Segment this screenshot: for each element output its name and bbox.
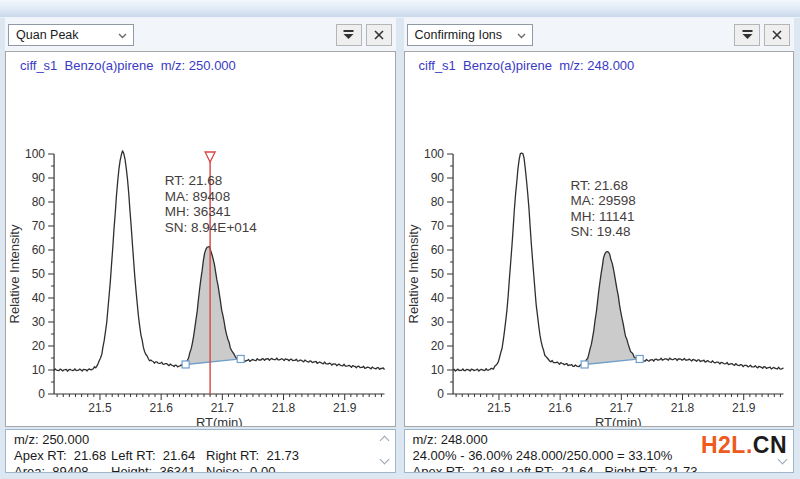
integrated-peak-area xyxy=(186,247,241,365)
x-tick-label: 21.6 xyxy=(548,401,572,415)
x-tick-label: 21.8 xyxy=(670,401,694,415)
watermark-primary: H2L xyxy=(701,432,746,458)
status-right-rt: Right RT: 21.73 xyxy=(206,448,377,464)
x-tick-label: 21.7 xyxy=(211,401,235,415)
peak-annotation-line: MH: 36341 xyxy=(165,204,231,219)
y-tick-label: 40 xyxy=(430,291,444,305)
peak-annotation-line: SN: 19.48 xyxy=(570,225,630,240)
status-ion-ratio: 24.00% - 36.00% 248.000/250.000 = 33.10% xyxy=(413,448,673,463)
x-tick-label: 21.9 xyxy=(333,401,357,415)
panel-menu-button[interactable] xyxy=(734,24,760,46)
chromatogram-title: ciff_s1 Benzo(a)pirene m/z: 248.000 xyxy=(405,52,794,76)
quan-peak-chromatogram[interactable]: 010203040506070809010021.521.621.721.821… xyxy=(6,76,395,427)
x-tick-label: 21.8 xyxy=(272,401,296,415)
view-selector-dropdown[interactable]: Confirming Ions xyxy=(407,24,533,46)
y-tick-label: 70 xyxy=(32,219,46,233)
x-tick-label: 21.5 xyxy=(487,401,511,415)
view-selector-value: Confirming Ions xyxy=(415,28,503,42)
confirming-ions-chromatogram[interactable]: 010203040506070809010021.521.621.721.821… xyxy=(405,76,794,427)
y-tick-label: 50 xyxy=(430,267,444,281)
y-tick-label: 40 xyxy=(32,291,46,305)
status-row-area: Area: 89408 Height: 36341 Noise: 0.00 xyxy=(14,464,377,473)
confirming-ions-status-box: m/z: 248.000 24.00% - 36.00% 248.000/250… xyxy=(404,429,795,473)
peak-annotation-line: MA: 29598 xyxy=(570,194,635,209)
confirming-ions-chart-box: ciff_s1 Benzo(a)pirene m/z: 248.000 0102… xyxy=(404,51,795,427)
chromatogram-title: ciff_s1 Benzo(a)pirene m/z: 250.000 xyxy=(6,52,395,76)
y-tick-label: 30 xyxy=(32,315,46,329)
peak-annotation-line: RT: 21.68 xyxy=(165,173,223,188)
y-tick-label: 20 xyxy=(32,339,46,353)
y-tick-label: 10 xyxy=(430,363,444,377)
y-tick-label: 30 xyxy=(430,315,444,329)
status-row-rt: Apex RT: 21.68 Left RT: 21.64 Right RT: … xyxy=(14,448,377,464)
x-tick-label: 21.7 xyxy=(609,401,633,415)
y-tick-label: 90 xyxy=(430,171,444,185)
panel-close-button[interactable] xyxy=(366,24,392,46)
y-axis-title: Relative Intensity xyxy=(406,224,421,323)
confirming-ions-panel: Confirming Ions ciff_s1 Benzo(a)pirene m… xyxy=(404,18,795,473)
confirming-ions-toolbar: Confirming Ions xyxy=(404,18,795,51)
x-axis-title: RT(min) xyxy=(196,415,243,427)
status-noise: Noise: 0.00 xyxy=(206,464,377,473)
y-tick-label: 0 xyxy=(38,387,45,401)
view-selector-value: Quan Peak xyxy=(16,28,79,42)
y-tick-label: 0 xyxy=(437,387,444,401)
scroll-up-icon[interactable] xyxy=(379,436,389,446)
y-axis-title: Relative Intensity xyxy=(7,224,22,323)
integration-end-handle[interactable] xyxy=(636,355,643,362)
close-icon xyxy=(772,26,782,44)
status-height: Height: 36341 xyxy=(111,464,206,473)
status-mz-value: m/z: 250.000 xyxy=(14,432,89,447)
status-mz-value: m/z: 248.000 xyxy=(413,432,488,447)
dock-menu-icon xyxy=(342,26,355,44)
quan-peak-panel: Quan Peak ciff_s1 Benzo(a)pirene m/z: 25… xyxy=(5,18,396,473)
close-icon xyxy=(374,26,384,44)
x-tick-label: 21.9 xyxy=(732,401,756,415)
x-tick-label: 21.6 xyxy=(149,401,173,415)
status-row-mz: m/z: 250.000 xyxy=(14,432,377,448)
peak-annotation-line: SN: 8.94E+014 xyxy=(165,220,257,235)
status-apex-rt: Apex RT: 21.68 xyxy=(14,448,111,464)
x-axis-title: RT(min) xyxy=(594,415,641,427)
peak-annotation-line: MH: 11141 xyxy=(570,209,634,224)
status-left-rt: Left RT: 21.64 xyxy=(510,464,605,473)
watermark-logo: H2L.CN xyxy=(697,437,787,453)
y-tick-label: 50 xyxy=(32,267,46,281)
y-tick-label: 80 xyxy=(32,195,46,209)
y-tick-label: 10 xyxy=(32,363,46,377)
peak-annotation-line: MA: 89408 xyxy=(165,189,230,204)
rt-marker-handle-icon[interactable] xyxy=(205,152,215,162)
status-right-rt: Right RT: 21.73 xyxy=(605,464,776,473)
scroll-down-icon[interactable] xyxy=(379,455,389,465)
y-tick-label: 80 xyxy=(430,195,444,209)
integration-start-handle[interactable] xyxy=(581,361,588,368)
dock-menu-icon xyxy=(741,26,754,44)
chevron-down-icon xyxy=(517,28,526,42)
y-tick-label: 60 xyxy=(32,243,46,257)
y-tick-label: 100 xyxy=(25,147,45,161)
integrated-peak-area xyxy=(584,251,639,364)
x-tick-label: 21.5 xyxy=(88,401,112,415)
integration-start-handle[interactable] xyxy=(182,361,189,368)
quan-peak-status-box: m/z: 250.000 Apex RT: 21.68 Left RT: 21.… xyxy=(5,429,396,473)
status-apex-rt: Apex RT: 21.68 xyxy=(413,464,510,473)
y-tick-label: 60 xyxy=(430,243,444,257)
y-tick-label: 100 xyxy=(424,147,444,161)
status-row-rt: Apex RT: 21.68 Left RT: 21.64 Right RT: … xyxy=(413,464,776,473)
chevron-down-icon xyxy=(118,28,127,42)
integration-end-handle[interactable] xyxy=(237,355,244,362)
status-left-rt: Left RT: 21.64 xyxy=(111,448,206,464)
y-tick-label: 20 xyxy=(430,339,444,353)
y-tick-label: 90 xyxy=(32,171,46,185)
quan-peak-chart-box: ciff_s1 Benzo(a)pirene m/z: 250.000 0102… xyxy=(5,51,396,427)
y-tick-label: 70 xyxy=(430,219,444,233)
peak-annotation-line: RT: 21.68 xyxy=(570,178,628,193)
title-bar xyxy=(0,0,800,18)
view-selector-dropdown[interactable]: Quan Peak xyxy=(8,24,134,46)
panel-menu-button[interactable] xyxy=(336,24,362,46)
watermark-dot: . xyxy=(746,432,753,458)
status-area: Area: 89408 xyxy=(14,464,111,473)
panel-close-button[interactable] xyxy=(764,24,790,46)
panels-row: Quan Peak ciff_s1 Benzo(a)pirene m/z: 25… xyxy=(0,18,800,473)
quan-peak-toolbar: Quan Peak xyxy=(5,18,396,51)
